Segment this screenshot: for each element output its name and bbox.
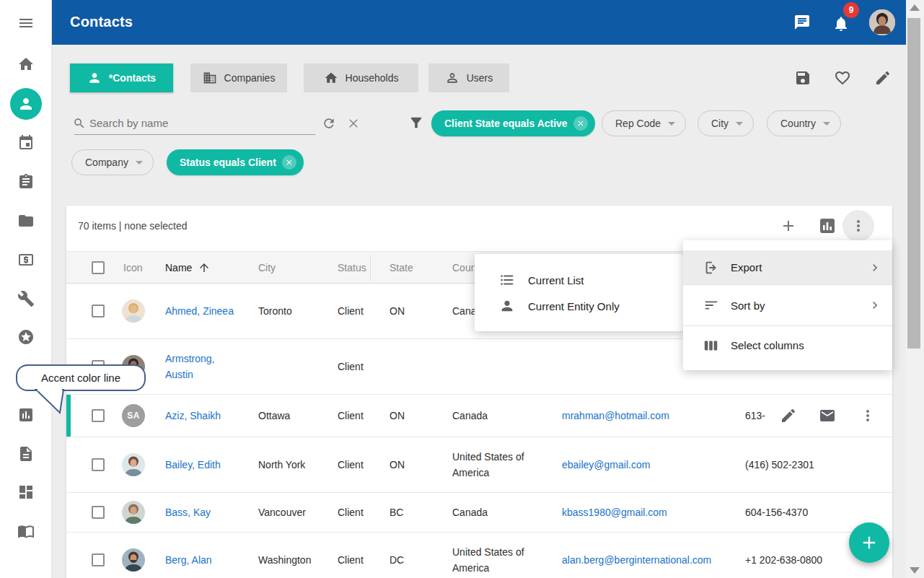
contact-name-link[interactable]: Berg, Alan	[165, 552, 237, 568]
cell-email-link[interactable]: ebailey@gmail.com	[562, 457, 738, 473]
row-checkbox[interactable]	[92, 305, 105, 318]
column-header-city[interactable]: City	[258, 252, 276, 283]
pencil-icon[interactable]	[874, 69, 892, 87]
folder-icon[interactable]	[17, 212, 35, 229]
row-checkbox[interactable]	[92, 553, 105, 566]
tab-label: Households	[346, 72, 399, 84]
money-icon[interactable]	[17, 251, 35, 268]
select-all-checkbox[interactable]	[92, 252, 105, 283]
remove-filter-icon[interactable]	[573, 116, 588, 131]
person-icon	[499, 298, 515, 314]
page-title: Contacts	[70, 14, 133, 30]
chart-view-icon[interactable]	[819, 217, 836, 235]
menu-item-current-list[interactable]: Current List	[475, 266, 683, 294]
contact-name-link[interactable]: Bailey, Edith	[165, 457, 237, 473]
menu-icon[interactable]	[17, 14, 35, 32]
menu-item-current-entity-only[interactable]: Current Entity Only	[475, 292, 683, 320]
cell-email-link[interactable]: alan.berg@berginternational.com	[562, 552, 738, 568]
column-header-name[interactable]: Name	[165, 252, 211, 283]
filter-chip-country[interactable]: Country	[767, 110, 841, 136]
save-icon[interactable]	[794, 69, 811, 87]
tab-label: *Contacts	[109, 72, 156, 84]
filter-chip-rep-code[interactable]: Rep Code	[602, 110, 686, 136]
row-checkbox[interactable]	[92, 409, 105, 422]
list-more-button[interactable]	[842, 210, 874, 242]
heart-icon[interactable]	[834, 69, 851, 87]
contact-name-link[interactable]: Armstrong, Austin	[165, 351, 237, 382]
row-checkbox[interactable]	[92, 458, 105, 471]
tab-companies[interactable]: Companies	[190, 64, 287, 92]
table-row[interactable]: Bailey, Edith North York Client ON Unite…	[66, 437, 892, 493]
chevron-down-icon	[668, 122, 675, 126]
column-header-icon[interactable]: Icon	[123, 252, 142, 283]
scroll-up-icon[interactable]	[910, 4, 920, 11]
filter-chip-client-state[interactable]: Client State equals Active	[431, 110, 595, 136]
chip-label: Country	[780, 118, 816, 129]
filter-chip-city[interactable]: City	[698, 110, 754, 136]
edit-row-icon[interactable]	[780, 407, 797, 424]
filter-icon[interactable]	[408, 115, 424, 131]
row-checkbox[interactable]	[92, 506, 105, 519]
chat-icon[interactable]	[793, 14, 811, 31]
contact-name-link[interactable]: Aziz, Shaikh	[165, 408, 237, 424]
close-icon[interactable]	[346, 116, 361, 131]
add-icon[interactable]	[780, 217, 797, 235]
refresh-icon[interactable]	[322, 116, 336, 131]
tools-icon[interactable]	[17, 290, 35, 307]
vertical-scrollbar[interactable]	[906, 0, 924, 578]
menu-item-sort-by[interactable]: Sort by	[683, 285, 892, 325]
menu-item-select-columns[interactable]: Select columns	[683, 326, 892, 364]
sort-icon	[703, 297, 719, 313]
app-window: Contacts 9 *Contacts Companies Household…	[0, 0, 924, 578]
document-icon[interactable]	[17, 445, 35, 463]
bell-icon[interactable]	[832, 15, 850, 32]
remove-filter-icon[interactable]	[282, 155, 296, 170]
column-header-status[interactable]: Status	[338, 252, 366, 283]
cell-email-link[interactable]: kbass1980@gmail.com	[562, 504, 738, 520]
calendar-icon[interactable]	[17, 134, 35, 152]
column-header-state[interactable]: State	[390, 252, 413, 283]
table-row[interactable]: Berg, Alan Washington Client DC United S…	[66, 533, 892, 578]
tab-users[interactable]: Users	[428, 64, 509, 92]
email-row-icon[interactable]	[819, 407, 836, 424]
avatar	[122, 501, 145, 524]
tab-label: Users	[467, 72, 493, 84]
chip-label: City	[711, 118, 729, 129]
cell-email-link[interactable]: mrahman@hotmail.com	[562, 408, 738, 424]
chevron-right-icon	[868, 298, 882, 312]
tasks-icon[interactable]	[17, 173, 35, 191]
cell-status: Client	[338, 359, 382, 375]
cell-state: ON	[390, 457, 433, 473]
appbar: Contacts 9	[52, 0, 906, 45]
tab-households[interactable]: Households	[304, 64, 418, 92]
contact-name-link[interactable]: Bass, Kay	[165, 504, 237, 520]
home-icon[interactable]	[17, 56, 35, 73]
person-icon	[17, 95, 35, 113]
export-icon	[703, 260, 719, 276]
search-input[interactable]	[74, 112, 315, 135]
add-contact-fab[interactable]	[849, 522, 889, 563]
sidebar-item-contacts[interactable]	[10, 88, 42, 120]
scroll-down-icon[interactable]	[910, 567, 920, 574]
menu-item-export[interactable]: Export	[683, 250, 892, 284]
book-icon[interactable]	[17, 522, 35, 540]
table-row[interactable]: Bass, Kay Vancouver Client BC Canada kba…	[66, 493, 892, 533]
cell-country: United States of America	[452, 449, 540, 481]
row-more-icon[interactable]	[859, 407, 876, 424]
filter-chip-company[interactable]: Company	[71, 149, 154, 175]
home-icon	[324, 71, 338, 85]
contact-name-link[interactable]: Ahmed, Zineea	[165, 303, 237, 319]
stars-icon[interactable]	[17, 328, 35, 346]
tab-contacts[interactable]: *Contacts	[70, 64, 173, 92]
user-avatar[interactable]	[869, 9, 895, 35]
chip-label: Company	[85, 157, 128, 168]
cell-country: Canada	[452, 504, 540, 520]
scrollbar-thumb[interactable]	[907, 18, 920, 349]
avatar-initials: SA	[122, 404, 145, 427]
cell-status: Client	[338, 457, 382, 473]
table-row-highlighted[interactable]: SA Aziz, Shaikh Ottawa Client ON Canada …	[66, 395, 892, 437]
dashboard-icon[interactable]	[17, 483, 35, 501]
filter-chip-status[interactable]: Status equals Client	[167, 149, 304, 175]
avatar	[122, 453, 145, 476]
export-submenu: Current List Current Entity Only	[475, 254, 683, 331]
